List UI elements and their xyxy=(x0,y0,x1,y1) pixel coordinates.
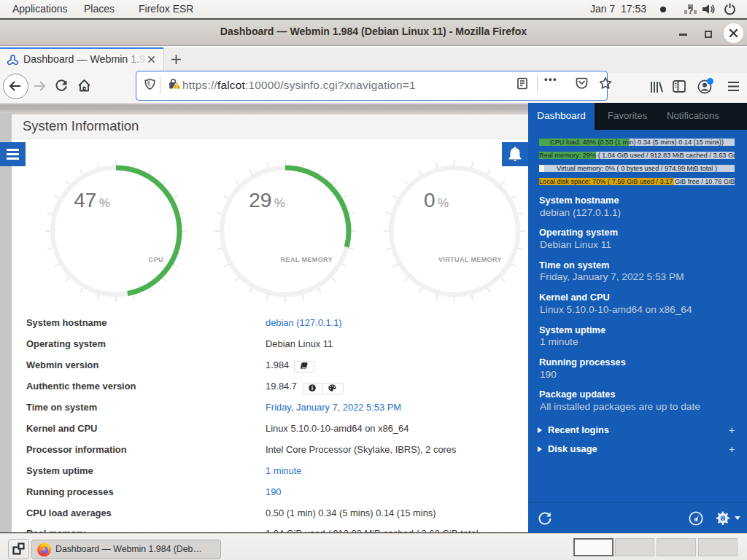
svg-text:?: ? xyxy=(688,5,694,16)
